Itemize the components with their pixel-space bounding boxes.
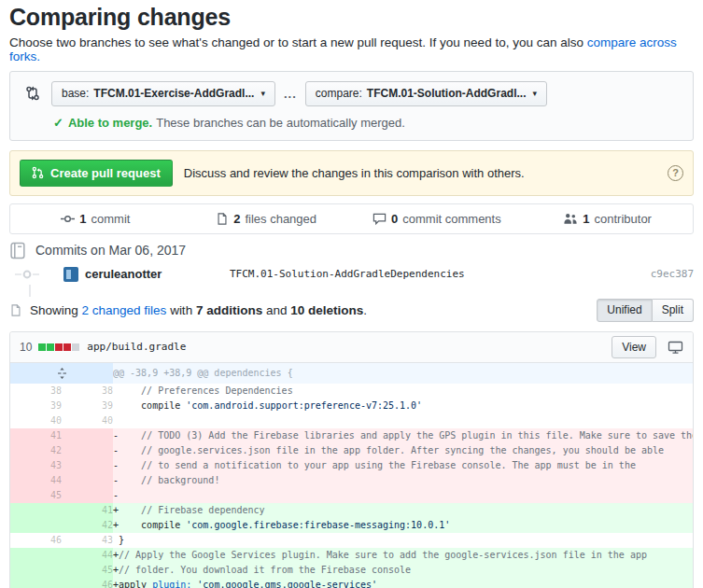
diff-code-line: +// folder. You download it from the Fir… [113,563,693,578]
diff-code-line: - // background! [113,473,693,488]
comment-icon [373,212,387,226]
diff-new-line-number[interactable] [62,473,113,488]
additions-count: 7 additions [196,303,262,317]
diff-old-line-number[interactable] [10,518,62,533]
diff-new-line-number[interactable]: 44 [62,548,113,563]
stat-comment[interactable]: 0commit comments [352,212,523,226]
branch-separator: ... [284,87,297,101]
diff-new-line-number[interactable]: 39 [62,399,113,413]
diff-new-line-number[interactable]: 46 [62,578,113,588]
diff-row: 41+ // Firebase dependency [10,503,693,518]
diff-row: 42+ compile 'com.google.firebase:firebas… [10,518,693,533]
help-icon[interactable]: ? [668,165,683,181]
rich-diff-display-icon[interactable] [668,340,683,355]
diffstat-block-del [55,343,63,351]
commit-row: ceruleanotter TFCM.01-Solution-AddGradle… [9,263,694,286]
diff-new-line-number[interactable]: 43 [62,533,113,548]
diff-new-line-number[interactable]: 42 [62,518,113,533]
diff-row: 44- // background! [10,473,693,488]
expand-hunk-button[interactable] [10,363,113,384]
diff-new-line-number[interactable]: 38 [62,384,113,399]
diff-code-line: + compile 'com.google.firebase:firebase-… [113,518,693,533]
diff-table-body: @@ -38,9 +38,9 @@ dependencies {3838 // … [10,363,693,588]
diff-row: 41- // TODO (3) Add the Firebase librari… [10,428,693,443]
diff-old-line-number[interactable] [10,503,62,518]
diffstat-block-add [38,343,46,351]
diff-row: 44+// Apply the Google Services plugin. … [10,548,693,563]
diff-hunk-row: @@ -38,9 +38,9 @@ dependencies { [10,363,693,384]
stat-label: files changed [245,212,316,226]
diff-code-line: compile 'com.android.support:preference-… [113,399,693,413]
diff-old-line-number[interactable]: 41 [10,428,62,443]
diff-table: @@ -38,9 +38,9 @@ dependencies {3838 // … [10,363,693,588]
compare-branch-dropdown[interactable]: compare:TFCM.01-Solution-AddGradl...▾ [305,81,547,106]
diff-old-line-number[interactable]: 43 [10,458,62,473]
diff-code-line: - [113,488,693,503]
diff-new-line-number[interactable]: 45 [62,563,113,578]
stat-label: contributor [595,212,652,226]
view-file-button[interactable]: View [612,336,656,358]
diff-old-line-number[interactable]: 38 [10,384,62,399]
changed-files-link[interactable]: 2 changed files [82,303,167,317]
diff-new-line-number[interactable]: 40 [62,413,113,428]
branch-selector-box: base:TFCM.01-Exercise-AddGradl...▾ ... c… [9,71,694,141]
avatar[interactable] [63,267,78,282]
repo-journal-icon [9,242,27,259]
stat-number: 1 [79,212,86,226]
diffstat-block-add [47,343,54,351]
diff-old-line-number[interactable] [10,578,62,588]
stat-number: 1 [583,212,589,226]
diff-old-line-number[interactable]: 44 [10,473,62,488]
git-compare-icon [25,86,40,101]
git-commit-node-icon [15,267,39,282]
diff-code-line: - // google.services.json file in the ap… [113,443,693,458]
people-icon [563,212,578,226]
comparison-stats-bar: 1commit2files changed0commit comments1co… [9,203,694,234]
stat-label: commit [91,212,131,226]
diff-new-line-number[interactable] [62,458,113,473]
banner-description: Discuss and review the changes in this c… [184,166,525,180]
stat-number: 2 [233,212,240,226]
create-pull-request-button[interactable]: Create pull request [20,160,173,187]
diff-code-line: // Preferences Dependencies [113,384,693,399]
file-icon [216,212,229,226]
page-title: Comparing changes [9,4,694,31]
split-view-button[interactable]: Split [653,299,694,322]
unified-view-button[interactable]: Unified [597,299,652,322]
diff-file-header: 10 app/build.gradle View [10,332,693,363]
commits-date-heading: Commits on Mar 06, 2017 [9,242,694,259]
stat-commit[interactable]: 1commit [10,212,181,226]
diff-code-line: - // to send a notification to your app … [113,458,693,473]
commit-message[interactable]: TFCM.01-Solution-AddGradleDependencies [230,268,465,280]
diffstat-block-del [63,343,71,351]
diffstat-blocks-icon [38,343,79,351]
chevron-down-icon: ▾ [532,89,537,98]
diff-row: 3838 // Preferences Dependencies [10,384,693,399]
chevron-down-icon: ▾ [260,89,265,98]
diff-row: 3939 compile 'com.android.support:prefer… [10,399,693,413]
commit-sha[interactable]: c9ec387 [651,268,694,280]
diff-old-line-number[interactable]: 45 [10,488,62,503]
diff-old-line-number[interactable]: 40 [10,413,62,428]
diff-new-line-number[interactable]: 41 [62,503,113,518]
diff-new-line-number[interactable] [62,443,113,458]
diff-new-line-number[interactable] [62,488,113,503]
diff-old-line-number[interactable]: 39 [10,399,62,413]
diff-old-line-number[interactable] [10,548,62,563]
file-path: app/build.gradle [87,341,186,353]
commit-icon [61,212,75,226]
diff-old-line-number[interactable]: 42 [10,443,62,458]
commit-author[interactable]: ceruleanotter [85,267,230,281]
stat-people[interactable]: 1contributor [522,212,693,226]
diff-code-line [113,413,693,428]
summary-text: Showing 2 changed files with 7 additions… [30,303,367,317]
diff-old-line-number[interactable] [10,563,62,578]
diff-view-toggle: Unified Split [597,299,694,322]
create-pr-banner: Create pull request Discuss and review t… [9,150,694,196]
diff-new-line-number[interactable] [62,428,113,443]
diff-summary-row: Showing 2 changed files with 7 additions… [9,299,694,322]
check-icon: ✓ [53,116,63,130]
diff-old-line-number[interactable]: 46 [10,533,62,548]
stat-file[interactable]: 2files changed [181,212,352,226]
base-branch-dropdown[interactable]: base:TFCM.01-Exercise-AddGradl...▾ [51,81,275,106]
